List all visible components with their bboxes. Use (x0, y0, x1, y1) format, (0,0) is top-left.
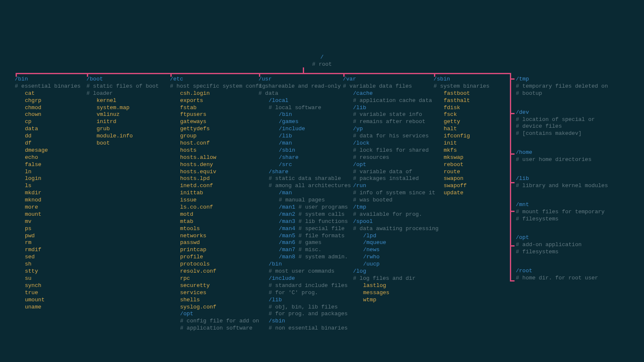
root-node: / # root (312, 54, 332, 61)
root-path: / (312, 54, 332, 61)
